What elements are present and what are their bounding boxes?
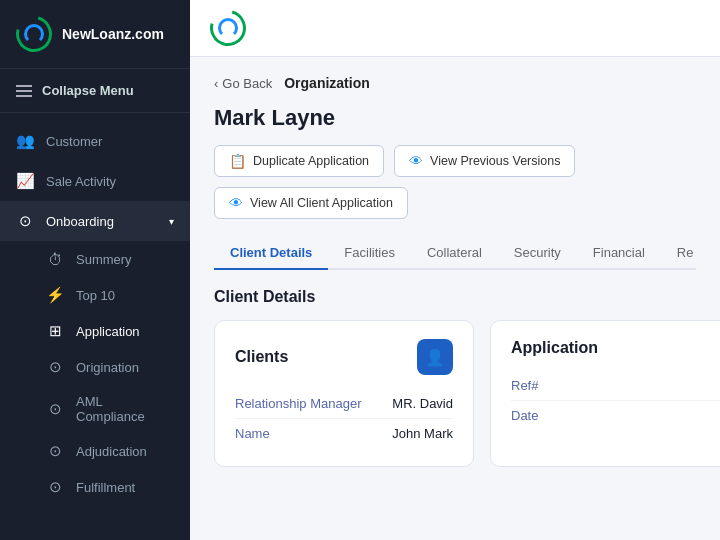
sidebar-nav: 👥 Customer 📈 Sale Activity ⊙ Onboarding … <box>0 113 190 540</box>
clients-card-header: Clients 👤 <box>235 339 453 375</box>
sidebar-item-application[interactable]: ⊞ Application <box>46 313 190 349</box>
sidebar-item-fulfillment[interactable]: ⊙ Fulfillment <box>46 469 190 505</box>
sidebar-item-aml-compliance[interactable]: ⊙ AML Compliance <box>46 385 190 433</box>
sidebar-logo: NewLoanz.com <box>0 0 190 69</box>
clients-card-icon-button[interactable]: 👤 <box>417 339 453 375</box>
topbar <box>190 0 720 57</box>
tab-client-details-label: Client Details <box>230 245 312 260</box>
page-title: Mark Layne <box>214 105 696 131</box>
fulfillment-icon: ⊙ <box>46 478 64 496</box>
sidebar-aml-compliance-label: AML Compliance <box>76 394 174 424</box>
relationship-manager-value: MR. David <box>392 396 453 411</box>
duplicate-application-button[interactable]: 📋 Duplicate Application <box>214 145 384 177</box>
tab-facilities[interactable]: Facilities <box>328 237 411 268</box>
sidebar-item-top10[interactable]: ⚡ Top 10 <box>46 277 190 313</box>
sidebar-summery-label: Summery <box>76 252 132 267</box>
relationship-manager-row: Relationship Manager MR. David <box>235 389 453 419</box>
clients-card-title: Clients <box>235 348 288 366</box>
go-back-button[interactable]: ‹ Go Back <box>214 76 272 91</box>
origination-icon: ⊙ <box>46 358 64 376</box>
previous-versions-label: View Previous Versions <box>430 154 560 168</box>
sidebar-customer-label: Customer <box>46 134 102 149</box>
date-label: Date <box>511 408 538 423</box>
tab-financial[interactable]: Financial <box>577 237 661 268</box>
hamburger-icon <box>16 85 32 97</box>
tab-collateral[interactable]: Collateral <box>411 237 498 268</box>
relationship-manager-label: Relationship Manager <box>235 396 361 411</box>
application-card: Application Ref# Date <box>490 320 720 467</box>
customer-icon: 👥 <box>16 132 34 150</box>
sidebar-application-label: Application <box>76 324 140 339</box>
sidebar-item-customer[interactable]: 👥 Customer <box>0 121 190 161</box>
collapse-menu-button[interactable]: Collapse Menu <box>0 69 190 113</box>
ref-label: Ref# <box>511 378 538 393</box>
action-buttons: 📋 Duplicate Application 👁 View Previous … <box>214 145 696 219</box>
main-content: ‹ Go Back Organization Mark Layne 📋 Dupl… <box>190 0 720 540</box>
topbar-logo <box>210 10 246 46</box>
sidebar-fulfillment-label: Fulfillment <box>76 480 135 495</box>
all-client-label: View All Client Application <box>250 196 393 210</box>
view-previous-versions-button[interactable]: 👁 View Previous Versions <box>394 145 575 177</box>
breadcrumb: ‹ Go Back Organization <box>214 75 696 91</box>
sale-activity-icon: 📈 <box>16 172 34 190</box>
view-all-client-application-button[interactable]: 👁 View All Client Application <box>214 187 408 219</box>
collapse-menu-label: Collapse Menu <box>42 83 134 98</box>
tab-facilities-label: Facilities <box>344 245 395 260</box>
eye-icon-all: 👁 <box>229 195 243 211</box>
onboarding-chevron-icon: ▾ <box>169 216 174 227</box>
sidebar-origination-label: Origination <box>76 360 139 375</box>
name-value: John Mark <box>392 426 453 441</box>
sidebar-onboarding-label: Onboarding <box>46 214 114 229</box>
cards-row: Clients 👤 Relationship Manager MR. David… <box>214 320 696 467</box>
sidebar-item-adjudication[interactable]: ⊙ Adjudication <box>46 433 190 469</box>
tab-bar: Client Details Facilities Collateral Sec… <box>214 237 696 270</box>
tab-security-label: Security <box>514 245 561 260</box>
application-card-header: Application <box>511 339 720 357</box>
sidebar-top10-label: Top 10 <box>76 288 115 303</box>
sidebar-adjudication-label: Adjudication <box>76 444 147 459</box>
section-title: Client Details <box>214 288 696 306</box>
sidebar: NewLoanz.com Collapse Menu 👥 Customer 📈 … <box>0 0 190 540</box>
tab-more[interactable]: Re <box>661 237 710 268</box>
top10-icon: ⚡ <box>46 286 64 304</box>
name-label: Name <box>235 426 270 441</box>
content-area: ‹ Go Back Organization Mark Layne 📋 Dupl… <box>190 57 720 540</box>
name-row: Name John Mark <box>235 419 453 448</box>
onboarding-subnav: ⏱ Summery ⚡ Top 10 ⊞ Application ⊙ Origi… <box>0 241 190 505</box>
tab-collateral-label: Collateral <box>427 245 482 260</box>
tab-more-label: Re <box>677 245 694 260</box>
summery-icon: ⏱ <box>46 250 64 268</box>
adjudication-icon: ⊙ <box>46 442 64 460</box>
sidebar-item-summery[interactable]: ⏱ Summery <box>46 241 190 277</box>
duplicate-icon: 📋 <box>229 153 246 169</box>
breadcrumb-current: Organization <box>284 75 370 91</box>
application-icon: ⊞ <box>46 322 64 340</box>
ref-row: Ref# <box>511 371 720 401</box>
sidebar-sale-activity-label: Sale Activity <box>46 174 116 189</box>
eye-icon-prev: 👁 <box>409 153 423 169</box>
clients-card: Clients 👤 Relationship Manager MR. David… <box>214 320 474 467</box>
logo-icon <box>16 16 52 52</box>
application-card-title: Application <box>511 339 598 357</box>
tab-financial-label: Financial <box>593 245 645 260</box>
person-icon: 👤 <box>425 348 445 367</box>
sidebar-logo-text: NewLoanz.com <box>62 26 164 42</box>
back-arrow-icon: ‹ <box>214 76 218 91</box>
go-back-label: Go Back <box>222 76 272 91</box>
tab-security[interactable]: Security <box>498 237 577 268</box>
tab-client-details[interactable]: Client Details <box>214 237 328 268</box>
onboarding-icon: ⊙ <box>16 212 34 230</box>
sidebar-item-onboarding[interactable]: ⊙ Onboarding ▾ <box>0 201 190 241</box>
sidebar-item-sale-activity[interactable]: 📈 Sale Activity <box>0 161 190 201</box>
date-row: Date <box>511 401 720 430</box>
duplicate-button-label: Duplicate Application <box>253 154 369 168</box>
sidebar-item-origination[interactable]: ⊙ Origination <box>46 349 190 385</box>
aml-compliance-icon: ⊙ <box>46 400 64 418</box>
